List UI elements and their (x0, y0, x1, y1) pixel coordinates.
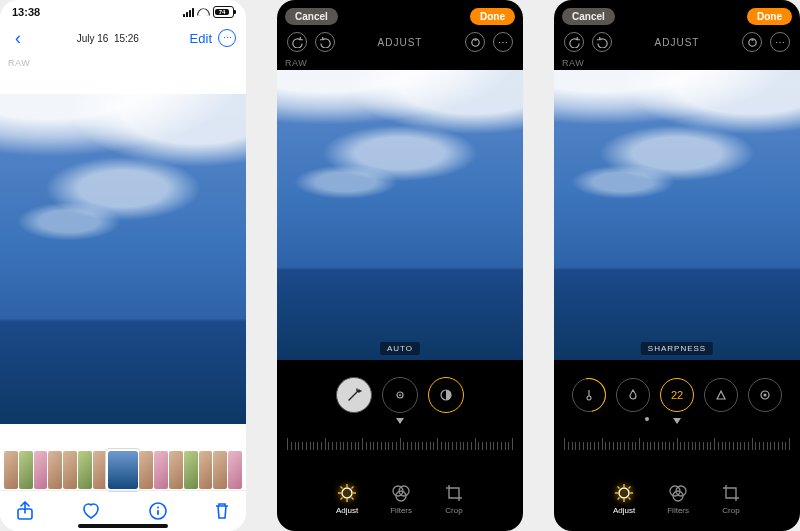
cancel-button[interactable]: Cancel (285, 8, 338, 25)
status-bar: 13:38 74 (0, 0, 246, 24)
redo-button[interactable] (315, 32, 335, 52)
adjust-tab[interactable]: Adjust (336, 483, 358, 515)
thumbnail-strip[interactable] (4, 451, 242, 489)
info-button[interactable] (149, 502, 167, 520)
home-indicator[interactable] (78, 524, 168, 528)
status-icons: 74 (183, 6, 234, 18)
warmth-dial[interactable] (572, 378, 606, 412)
svg-point-14 (764, 394, 767, 397)
svg-rect-3 (157, 510, 159, 515)
adjustment-label: SHARPNESS (641, 342, 713, 355)
undo-button[interactable] (564, 32, 584, 52)
editor-title: ADJUST (378, 37, 423, 48)
cancel-button[interactable]: Cancel (562, 8, 615, 25)
more-button[interactable]: ⋯ (218, 29, 236, 47)
auto-wand-dial[interactable] (336, 377, 372, 413)
svg-point-15 (619, 488, 629, 498)
slider-pointer-icon (673, 418, 681, 424)
more-button[interactable]: ⋯ (770, 32, 790, 52)
share-button[interactable] (16, 501, 34, 521)
value-slider[interactable] (287, 424, 513, 450)
delete-button[interactable] (214, 502, 230, 520)
status-time: 13:38 (12, 6, 40, 18)
slider-pointer-icon (396, 418, 404, 424)
done-button[interactable]: Done (747, 8, 792, 25)
sharpness-value: 22 (671, 389, 683, 401)
wifi-icon (197, 7, 210, 17)
thumbnail-selected (108, 451, 138, 489)
editor-auto-screen: Cancel Done ADJUST ⋯ RAW AUTO (277, 0, 523, 531)
adjustment-dials[interactable]: 22 (554, 370, 800, 420)
filters-tab[interactable]: Filters (667, 483, 689, 515)
slider-origin-dot (645, 417, 649, 421)
adjust-tab[interactable]: Adjust (613, 483, 635, 515)
done-button[interactable]: Done (470, 8, 515, 25)
markup-button[interactable] (465, 32, 485, 52)
raw-badge: RAW (8, 58, 30, 68)
editor-mode-tabs: Adjust Filters Crop (277, 471, 523, 527)
noise-reduction-dial[interactable] (748, 378, 782, 412)
raw-badge: RAW (562, 58, 584, 68)
photo-preview[interactable] (277, 70, 523, 360)
favorite-button[interactable] (81, 502, 101, 520)
definition-dial[interactable] (704, 378, 738, 412)
filters-tab[interactable]: Filters (390, 483, 412, 515)
photos-viewer-screen: 13:38 74 ‹ July 16 15:26 Edit ⋯ RAW (0, 0, 246, 531)
back-button[interactable]: ‹ (10, 28, 26, 49)
brilliance-dial[interactable] (428, 377, 464, 413)
signal-icon (183, 8, 194, 17)
adjustment-label: AUTO (380, 342, 420, 355)
value-slider[interactable] (564, 424, 790, 450)
adjustment-dials[interactable] (277, 370, 523, 420)
exposure-dial[interactable] (382, 377, 418, 413)
crop-tab[interactable]: Crop (721, 483, 741, 515)
photo-preview[interactable] (554, 70, 800, 360)
photo-date-title: July 16 15:26 (77, 33, 139, 44)
editor-title: ADJUST (655, 37, 700, 48)
svg-point-2 (157, 507, 159, 509)
editor-sharpness-screen: Cancel Done ADJUST ⋯ RAW SHARPNESS 22 (554, 0, 800, 531)
more-button[interactable]: ⋯ (493, 32, 513, 52)
battery-icon: 74 (213, 6, 234, 18)
nav-bar: ‹ July 16 15:26 Edit ⋯ (0, 24, 246, 52)
redo-button[interactable] (592, 32, 612, 52)
photo-preview[interactable] (0, 94, 246, 424)
markup-button[interactable] (742, 32, 762, 52)
crop-tab[interactable]: Crop (444, 483, 464, 515)
raw-badge: RAW (285, 58, 307, 68)
sharpness-dial[interactable]: 22 (660, 378, 694, 412)
svg-point-6 (399, 394, 401, 396)
undo-button[interactable] (287, 32, 307, 52)
edit-button[interactable]: Edit (190, 31, 212, 46)
svg-point-8 (342, 488, 352, 498)
tint-dial[interactable] (616, 378, 650, 412)
editor-mode-tabs: Adjust Filters Crop (554, 471, 800, 527)
